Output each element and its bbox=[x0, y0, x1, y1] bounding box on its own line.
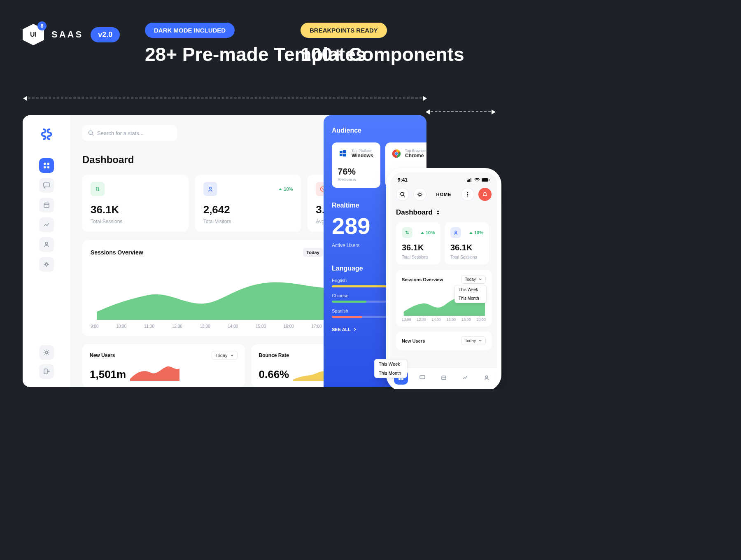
tab-today[interactable]: Today bbox=[303, 248, 323, 257]
grid-icon bbox=[43, 162, 50, 169]
mobile-page-title[interactable]: Dashboard bbox=[396, 208, 492, 217]
svg-rect-40 bbox=[442, 376, 446, 380]
svg-rect-24 bbox=[469, 179, 470, 182]
new-users-value: 1,501m bbox=[90, 368, 126, 381]
nav-messages[interactable] bbox=[39, 178, 54, 193]
svg-rect-10 bbox=[44, 369, 47, 374]
chevron-down-icon bbox=[230, 354, 234, 357]
chevron-down-icon bbox=[478, 278, 482, 281]
sun-icon bbox=[417, 191, 423, 197]
tab-analytics[interactable] bbox=[458, 371, 472, 385]
card-value: 76% bbox=[338, 166, 375, 177]
svg-point-21 bbox=[395, 152, 398, 155]
period-dropdown[interactable]: This Week This Month bbox=[374, 359, 407, 378]
mobile-more-button[interactable] bbox=[461, 188, 474, 201]
svg-rect-1 bbox=[47, 163, 49, 165]
period-select[interactable]: Today bbox=[212, 351, 237, 360]
svg-rect-37 bbox=[398, 378, 401, 380]
mobile-notifications[interactable] bbox=[478, 188, 492, 201]
stat-change: 10% bbox=[469, 230, 483, 235]
stat-value: 36.1K bbox=[450, 243, 483, 252]
card-sublabel: Sessions bbox=[338, 177, 375, 182]
stat-card-visitors: 10% 2,642 Total Visitors bbox=[195, 175, 301, 232]
period-select[interactable]: Today bbox=[461, 336, 486, 345]
bell-icon bbox=[482, 191, 488, 197]
nav-users[interactable] bbox=[39, 237, 54, 252]
search-input[interactable]: Search for a stats... bbox=[82, 125, 177, 141]
mobile-theme-toggle[interactable] bbox=[413, 188, 426, 201]
sun-icon bbox=[43, 349, 50, 356]
sidebar bbox=[23, 115, 70, 387]
mobile-newusers-panel: New Users Today bbox=[396, 331, 492, 350]
theme-toggle[interactable] bbox=[39, 345, 54, 360]
status-icons bbox=[467, 177, 490, 183]
svg-rect-17 bbox=[340, 154, 343, 156]
stat-label: Total Sessions bbox=[402, 255, 435, 259]
panel-title: Sessions Overview bbox=[91, 249, 143, 256]
svg-rect-23 bbox=[468, 180, 469, 182]
chat-icon bbox=[43, 182, 50, 189]
svg-point-9 bbox=[45, 351, 48, 354]
svg-point-32 bbox=[467, 194, 468, 195]
nav-calendar[interactable] bbox=[39, 198, 54, 212]
card-name: Chrome bbox=[405, 153, 426, 159]
dropdown-option[interactable]: This Week bbox=[375, 359, 407, 369]
svg-rect-5 bbox=[44, 203, 49, 208]
version-pill: v2.0 bbox=[91, 27, 120, 42]
dropdown-option[interactable]: This Month bbox=[455, 294, 486, 303]
nav-settings[interactable] bbox=[39, 257, 54, 272]
mobile-search-button[interactable] bbox=[396, 188, 409, 201]
svg-point-8 bbox=[45, 264, 47, 266]
chevron-down-icon bbox=[478, 339, 482, 343]
chrome-icon bbox=[391, 148, 402, 159]
stat-label: Total Visitors bbox=[203, 219, 293, 224]
svg-point-13 bbox=[209, 187, 211, 189]
platform-card: Top PlatformWindows 76% Sessions bbox=[332, 142, 380, 188]
period-dropdown[interactable]: This Week This Month bbox=[454, 285, 487, 303]
user-icon bbox=[203, 182, 217, 196]
svg-point-7 bbox=[45, 242, 48, 245]
svg-point-31 bbox=[467, 192, 468, 194]
svg-point-34 bbox=[455, 231, 457, 233]
transfer-icon bbox=[91, 182, 105, 196]
tab-profile[interactable] bbox=[480, 371, 494, 385]
chat-icon bbox=[419, 375, 425, 380]
dropdown-option[interactable]: This Week bbox=[455, 285, 486, 294]
battery-icon bbox=[482, 178, 490, 182]
calendar-icon bbox=[441, 375, 447, 380]
more-vertical-icon bbox=[465, 191, 471, 197]
search-placeholder: Search for a stats... bbox=[97, 130, 144, 136]
svg-rect-38 bbox=[401, 378, 403, 380]
tab-calendar[interactable] bbox=[437, 371, 451, 385]
svg-point-30 bbox=[419, 193, 421, 196]
stat-label: Total Sessions bbox=[91, 219, 180, 224]
tab-messages[interactable] bbox=[415, 371, 429, 385]
svg-line-29 bbox=[403, 195, 405, 196]
dark-mode-pill: DARK MODE INCLUDED bbox=[145, 23, 235, 38]
breakpoint-indicator bbox=[24, 98, 426, 98]
brand-label: SAAS bbox=[51, 29, 83, 40]
headline-components: 100+ Components bbox=[301, 44, 464, 65]
calendar-icon bbox=[43, 202, 50, 208]
nav-dashboard[interactable] bbox=[39, 158, 54, 173]
trend-icon bbox=[43, 222, 50, 228]
svg-rect-16 bbox=[343, 150, 346, 153]
dropdown-option[interactable]: This Month bbox=[375, 369, 407, 378]
card-label: Top Browser bbox=[405, 149, 426, 153]
user-icon bbox=[484, 375, 489, 380]
mobile-preview: 9:41 HOME Dashboard 10% 36.1K Total Sess… bbox=[390, 172, 497, 387]
svg-rect-15 bbox=[340, 151, 343, 153]
stat-change: 10% bbox=[279, 187, 293, 191]
search-icon bbox=[400, 191, 405, 197]
stat-value: 2,642 bbox=[203, 203, 293, 216]
nav-analytics[interactable] bbox=[39, 217, 54, 232]
svg-point-11 bbox=[89, 131, 93, 135]
period-select[interactable]: Today bbox=[461, 275, 486, 284]
mobile-page-label: HOME bbox=[436, 192, 452, 197]
logout-button[interactable] bbox=[39, 364, 54, 379]
svg-line-12 bbox=[92, 134, 93, 135]
svg-rect-18 bbox=[343, 154, 346, 156]
wifi-icon bbox=[474, 178, 480, 182]
panel-title: Sessions Overview bbox=[402, 277, 443, 282]
svg-rect-26 bbox=[482, 178, 488, 182]
